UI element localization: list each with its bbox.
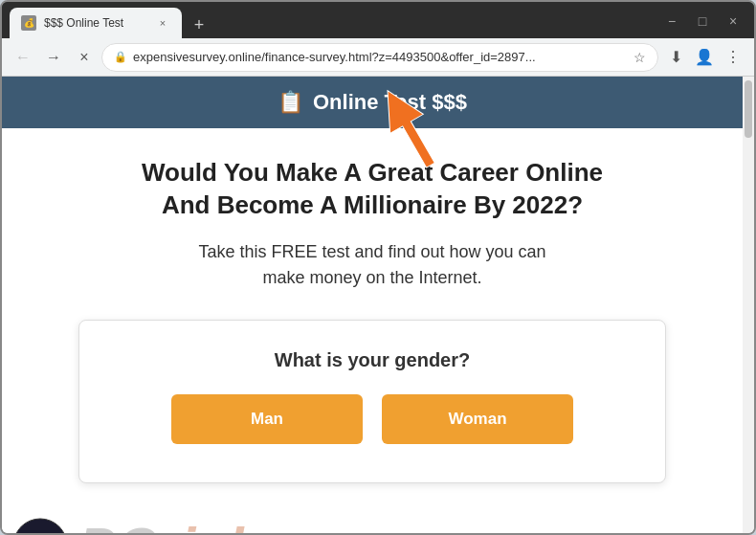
profile-button[interactable]: 👤 bbox=[691, 44, 718, 71]
minimize-button[interactable]: − bbox=[658, 8, 685, 34]
site-header-title: Online Test $$$ bbox=[313, 90, 467, 115]
tab-bar-controls: − □ × bbox=[658, 8, 746, 38]
man-button[interactable]: Man bbox=[171, 394, 363, 444]
svg-point-0 bbox=[13, 519, 67, 533]
back-button[interactable]: ← bbox=[10, 44, 36, 71]
scrollbar[interactable] bbox=[743, 77, 754, 533]
forward-button[interactable]: → bbox=[40, 44, 67, 71]
page-content: 📋 Online Test $$$ Would You Make A Great… bbox=[2, 77, 743, 533]
toolbar-right: ⬇ 👤 ⋮ bbox=[662, 44, 746, 71]
woman-button[interactable]: Woman bbox=[382, 394, 573, 444]
address-bar[interactable]: 🔒 expensivesurvey.online/finance-survey.… bbox=[101, 43, 658, 72]
bookmark-icon[interactable]: ☆ bbox=[634, 50, 646, 65]
watermark: PC PCrisk.com bbox=[2, 502, 743, 533]
tab-title: $$$ Online Test bbox=[44, 16, 147, 30]
survey-question: What is your gender? bbox=[118, 349, 627, 371]
maximize-button[interactable]: □ bbox=[689, 8, 716, 34]
menu-button[interactable]: ⋮ bbox=[720, 44, 746, 71]
tab-close-button[interactable]: × bbox=[155, 15, 170, 31]
close-or-reload-button[interactable]: × bbox=[71, 44, 98, 71]
close-window-button[interactable]: × bbox=[720, 8, 746, 34]
watermark-text: PCrisk.com bbox=[78, 515, 393, 533]
survey-buttons: Man Woman bbox=[118, 394, 627, 444]
survey-card: What is your gender? Man Woman bbox=[78, 320, 666, 483]
subheadline: Take this FREE test and find out how you… bbox=[59, 239, 685, 291]
pc-risk-logo: PC bbox=[11, 517, 69, 533]
scrollbar-thumb[interactable] bbox=[745, 80, 752, 138]
active-tab[interactable]: 💰 $$$ Online Test × bbox=[10, 8, 182, 38]
site-header-icon: 📋 bbox=[278, 90, 303, 115]
download-button[interactable]: ⬇ bbox=[662, 44, 689, 71]
lock-icon: 🔒 bbox=[114, 51, 127, 63]
browser-window: 💰 $$$ Online Test × + − □ × ← → × 🔒 expe… bbox=[0, 0, 756, 535]
content-area: 📋 Online Test $$$ Would You Make A Great… bbox=[2, 77, 754, 533]
tab-favicon: 💰 bbox=[21, 15, 36, 31]
tab-bar: 💰 $$$ Online Test × + − □ × bbox=[2, 2, 754, 38]
main-content: Would You Make A Great Career OnlineAnd … bbox=[2, 128, 743, 502]
site-header: 📋 Online Test $$$ bbox=[2, 77, 743, 128]
new-tab-button[interactable]: + bbox=[186, 11, 212, 38]
toolbar: ← → × 🔒 expensivesurvey.online/finance-s… bbox=[2, 38, 754, 77]
address-text: expensivesurvey.online/finance-survey.ht… bbox=[133, 50, 628, 64]
headline: Would You Make A Great Career OnlineAnd … bbox=[59, 157, 685, 222]
